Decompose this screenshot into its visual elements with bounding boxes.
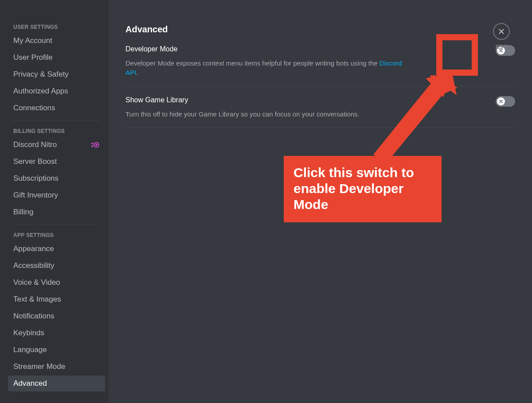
close-icon bbox=[497, 27, 505, 35]
toggle-knob bbox=[497, 97, 505, 105]
page-title: Advanced bbox=[125, 24, 515, 35]
sidebar-section-billing-settings: BILLING SETTINGS bbox=[8, 125, 105, 137]
sidebar-item-gift-inventory[interactable]: Gift Inventory bbox=[8, 187, 105, 203]
sidebar-item-discord-nitro[interactable]: Discord Nitro bbox=[8, 137, 105, 153]
setting-developer-mode: Developer Mode Developer Mode exposes co… bbox=[125, 45, 515, 86]
setting-show-game-library: Show Game Library Turn this off to hide … bbox=[125, 96, 515, 128]
sidebar-section-app-settings: APP SETTINGS bbox=[8, 229, 105, 241]
sidebar-item-my-account[interactable]: My Account bbox=[8, 33, 105, 49]
sidebar-item-keybinds[interactable]: Keybinds bbox=[8, 325, 105, 341]
sidebar-item-server-boost[interactable]: Server Boost bbox=[8, 154, 105, 170]
sidebar-item-accessibility[interactable]: Accessibility bbox=[8, 258, 105, 274]
sidebar-item-privacy-safety[interactable]: Privacy & Safety bbox=[8, 66, 105, 82]
sidebar-item-text-images[interactable]: Text & Images bbox=[8, 291, 105, 307]
close-label: ESC bbox=[496, 43, 508, 50]
sidebar-item-voice-video[interactable]: Voice & Video bbox=[8, 275, 105, 291]
setting-title-developer-mode: Developer Mode bbox=[125, 45, 177, 53]
show-game-library-toggle[interactable] bbox=[496, 96, 515, 107]
nitro-icon bbox=[90, 142, 100, 148]
sidebar-item-user-profile[interactable]: User Profile bbox=[8, 50, 105, 66]
setting-desc-show-game-library: Turn this off to hide your Game Library … bbox=[125, 109, 409, 119]
sidebar-item-subscriptions[interactable]: Subscriptions bbox=[8, 170, 105, 186]
sidebar-item-billing[interactable]: Billing bbox=[8, 204, 105, 220]
x-icon bbox=[498, 99, 504, 104]
sidebar-item-advanced[interactable]: Advanced bbox=[8, 376, 105, 391]
sidebar-item-language[interactable]: Language bbox=[8, 342, 105, 358]
sidebar-divider bbox=[13, 225, 100, 225]
main-content: Advanced Developer Mode Developer Mode e… bbox=[109, 0, 532, 403]
setting-desc-developer-mode: Developer Mode exposes context menu item… bbox=[125, 58, 409, 77]
sidebar-item-authorized-apps[interactable]: Authorized Apps bbox=[8, 83, 105, 99]
sidebar-divider bbox=[13, 120, 100, 121]
settings-sidebar: USER SETTINGS My Account User Profile Pr… bbox=[0, 0, 109, 403]
sidebar-item-streamer-mode[interactable]: Streamer Mode bbox=[8, 359, 105, 375]
svg-point-1 bbox=[96, 144, 98, 146]
sidebar-section-user-settings: USER SETTINGS bbox=[8, 21, 105, 33]
close-button[interactable] bbox=[493, 23, 510, 40]
sidebar-item-connections[interactable]: Connections bbox=[8, 100, 105, 116]
close-area: ESC bbox=[493, 23, 510, 50]
sidebar-item-appearance[interactable]: Appearance bbox=[8, 241, 105, 257]
setting-title-show-game-library: Show Game Library bbox=[125, 96, 188, 104]
sidebar-item-notifications[interactable]: Notifications bbox=[8, 308, 105, 324]
